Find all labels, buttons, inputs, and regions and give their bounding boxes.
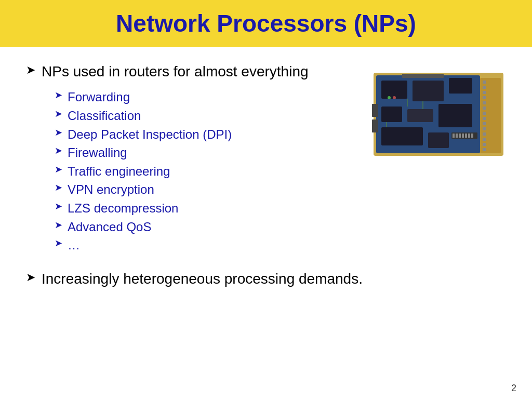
sub-bullet-dpi-text: Deep Packet Inspection (DPI) [68, 126, 232, 143]
sub-bullet-ellipsis: ➤ … [55, 236, 506, 254]
svg-rect-22 [480, 78, 501, 153]
sub-bullet-vpn: ➤ VPN encryption [55, 181, 506, 198]
svg-rect-15 [465, 134, 467, 138]
sub-arrow-8: ➤ [55, 219, 62, 231]
bullet-arrow-2: ➤ [26, 271, 35, 284]
svg-rect-38 [372, 119, 378, 132]
svg-rect-25 [483, 91, 486, 94]
svg-rect-34 [483, 138, 486, 141]
svg-rect-37 [372, 104, 378, 117]
svg-rect-31 [483, 122, 486, 125]
sub-arrow-1: ➤ [55, 89, 62, 101]
sub-bullet-qos-text: Advanced QoS [68, 218, 151, 236]
main-bullet-2-text: Increasingly heterogeneous processing de… [42, 270, 363, 288]
sub-arrow-7: ➤ [55, 201, 62, 212]
svg-rect-23 [483, 81, 486, 84]
svg-rect-13 [459, 134, 461, 138]
sub-bullet-lzs-text: LZS decompression [68, 200, 178, 217]
svg-rect-18 [402, 74, 444, 78]
sub-arrow-4: ➤ [55, 145, 62, 156]
sub-bullet-firewalling-text: Firewalling [68, 144, 127, 162]
svg-rect-2 [381, 81, 407, 99]
svg-rect-6 [407, 109, 433, 122]
svg-rect-29 [483, 112, 486, 115]
svg-rect-35 [483, 143, 486, 146]
svg-rect-27 [483, 101, 486, 104]
svg-rect-33 [483, 132, 486, 136]
svg-rect-8 [381, 127, 423, 145]
svg-rect-24 [483, 86, 486, 89]
svg-rect-36 [483, 148, 486, 151]
svg-rect-28 [483, 107, 486, 110]
sub-arrow-6: ➤ [55, 182, 62, 193]
sub-bullet-qos: ➤ Advanced QoS [55, 218, 506, 236]
sub-arrow-3: ➤ [55, 127, 62, 138]
svg-rect-5 [381, 107, 402, 122]
sub-arrow-5: ➤ [55, 164, 62, 175]
svg-rect-4 [449, 78, 472, 94]
sub-bullet-traffic-text: Traffic engineering [68, 163, 170, 180]
main-bullet-1-text: NPs used in routers for almost everythin… [42, 62, 309, 81]
slide-header: Network Processors (NPs) [0, 0, 532, 47]
svg-rect-32 [483, 127, 486, 130]
main-bullet-2: ➤ Increasingly heterogeneous processing … [26, 270, 506, 288]
bullet-arrow-1: ➤ [26, 63, 35, 77]
svg-rect-7 [438, 104, 472, 127]
sub-bullet-vpn-text: VPN encryption [68, 181, 154, 198]
circuit-board-image [371, 68, 506, 161]
slide: Network Processors (NPs) [0, 0, 532, 399]
sub-bullet-ellipsis-text: … [68, 236, 80, 254]
slide-content: ➤ NPs used in routers for almost everyth… [0, 47, 532, 399]
svg-point-39 [388, 96, 391, 99]
sub-bullet-traffic-engineering: ➤ Traffic engineering [55, 163, 506, 180]
sub-bullet-forwarding-text: Forwarding [68, 88, 130, 106]
sub-arrow-9: ➤ [55, 237, 62, 249]
svg-rect-14 [462, 134, 464, 138]
svg-rect-10 [451, 132, 477, 139]
svg-rect-12 [456, 134, 458, 138]
sub-arrow-2: ➤ [55, 108, 62, 119]
sub-bullet-classification-text: Classification [68, 107, 141, 125]
svg-rect-11 [453, 134, 455, 138]
page-number: 2 [511, 383, 516, 394]
svg-rect-16 [468, 134, 470, 138]
svg-rect-17 [471, 134, 473, 138]
svg-rect-9 [428, 132, 449, 148]
svg-rect-30 [483, 117, 486, 120]
sub-bullet-lzs: ➤ LZS decompression [55, 200, 506, 217]
svg-rect-26 [483, 96, 486, 99]
slide-title: Network Processors (NPs) [116, 9, 416, 37]
svg-point-40 [393, 96, 396, 99]
svg-rect-3 [413, 81, 444, 101]
